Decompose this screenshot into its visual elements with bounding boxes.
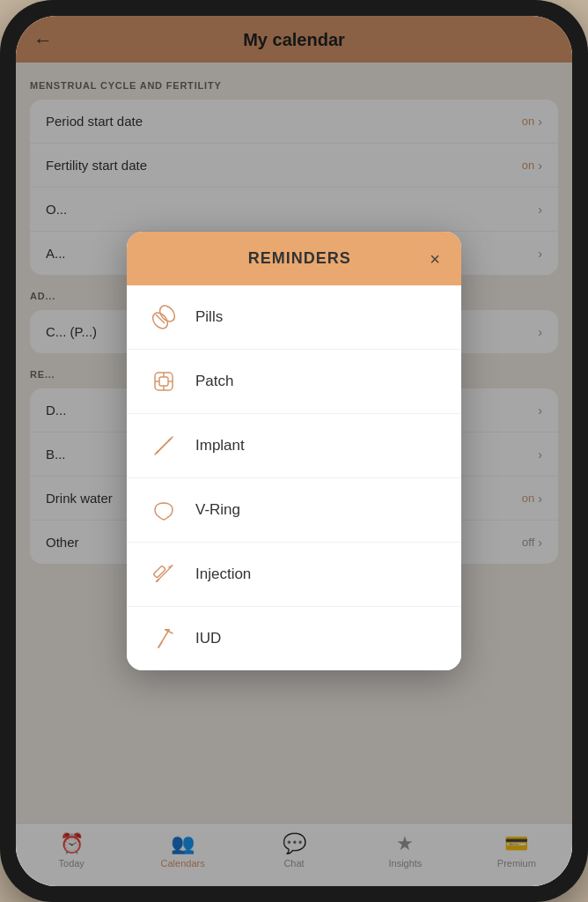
modal-overlay[interactable]: REMINDERS × Pills [16,16,572,886]
svg-rect-4 [159,377,168,386]
svg-line-15 [157,580,158,581]
injection-item[interactable]: Injection [127,543,461,607]
phone-frame: ← My calendar MENSTRUAL CYCLE AND FERTIL… [0,0,588,902]
implant-icon [148,430,180,462]
svg-line-11 [157,451,158,453]
svg-rect-14 [153,566,165,578]
modal-title: REMINDERS [169,249,430,268]
vring-item[interactable]: V-Ring [127,478,461,543]
patch-label: Patch [195,373,233,390]
pill-icon [148,301,180,333]
modal-header: REMINDERS × [127,232,461,285]
iud-icon [148,623,180,654]
phone-screen: ← My calendar MENSTRUAL CYCLE AND FERTIL… [16,16,572,886]
svg-point-2 [157,303,178,324]
patch-icon [148,366,180,397]
svg-line-18 [158,642,162,647]
svg-line-10 [158,440,169,451]
modal-close-button[interactable]: × [430,250,440,268]
patch-item[interactable]: Patch [127,350,461,414]
implant-item[interactable]: Implant [127,414,461,478]
injection-label: Injection [195,566,251,583]
iud-label: IUD [195,630,221,647]
svg-line-12 [169,439,171,440]
svg-line-16 [169,566,173,567]
reminders-modal: REMINDERS × Pills [127,232,461,670]
implant-label: Implant [195,437,245,455]
iud-item[interactable]: IUD [127,607,461,670]
pills-item[interactable]: Pills [127,285,461,350]
pills-label: Pills [195,308,223,326]
injection-icon [148,558,180,590]
vring-label: V-Ring [195,501,240,519]
ring-icon [148,494,180,526]
modal-body: Pills [127,285,461,670]
